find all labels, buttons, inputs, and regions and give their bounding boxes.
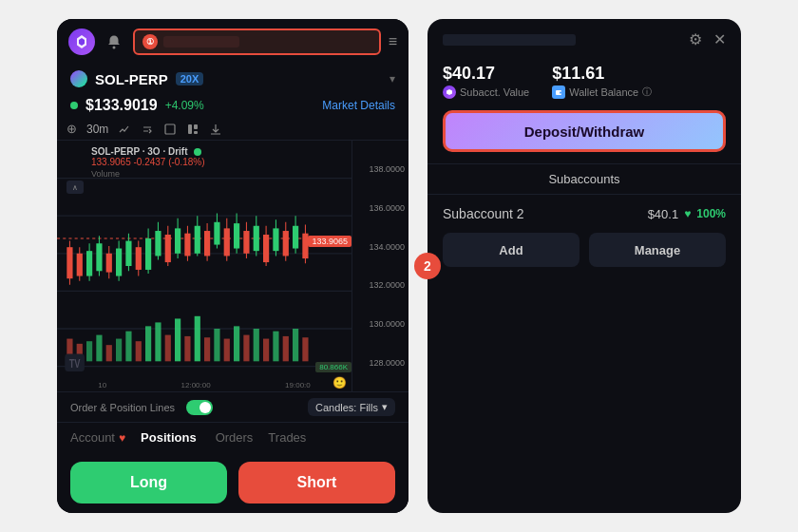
- svg-rect-68: [116, 339, 122, 362]
- price-change: +4.09%: [165, 99, 204, 112]
- wallet-balance-item: $11.61 Wallet Balance ⓘ: [552, 64, 652, 99]
- chart-volume-tag: 80.866K: [315, 362, 352, 372]
- price-row: $133.9019 +4.09% Market Details: [57, 93, 408, 118]
- subacct-value: $40.17: [443, 64, 529, 84]
- pair-row: SOL-PERP 20X ▾: [57, 65, 408, 93]
- settings-icon[interactable]: ⚙: [689, 30, 702, 48]
- action-buttons: Long Short: [57, 452, 408, 513]
- svg-rect-78: [214, 329, 219, 361]
- wallet-balance-value: $11.61: [552, 64, 652, 84]
- panel-header: ① ≡: [57, 19, 408, 65]
- price-levels: 138.0000 136.0000 134.0000 132.0000 130.…: [352, 141, 408, 391]
- svg-rect-70: [136, 341, 142, 361]
- svg-rect-72: [155, 322, 161, 361]
- chart-area: SOL-PERP · 3O · Drift 133.9065 -0.2437 (…: [57, 141, 408, 391]
- svg-rect-85: [283, 336, 289, 361]
- chart-label: SOL-PERP · 3O · Drift 133.9065 -0.2437 (…: [91, 146, 205, 179]
- tab-account[interactable]: Account ♥: [70, 430, 125, 445]
- smiley-icon[interactable]: 🙂: [332, 376, 347, 390]
- info-icon[interactable]: ⓘ: [642, 86, 652, 99]
- svg-rect-84: [273, 332, 278, 362]
- wallet-label-row: Wallet Balance ⓘ: [552, 86, 652, 99]
- svg-rect-65: [86, 341, 92, 361]
- svg-rect-86: [293, 329, 298, 361]
- right-account-info: [443, 34, 576, 46]
- download-btn[interactable]: [209, 123, 222, 136]
- svg-rect-71: [145, 326, 151, 361]
- svg-rect-80: [234, 326, 239, 361]
- add-subaccount-button[interactable]: Add: [443, 233, 580, 267]
- chart-toolbar: ⊕ 30m: [57, 118, 408, 141]
- price-dot: [70, 102, 78, 109]
- step-2-indicator: 2: [414, 253, 441, 279]
- bottom-controls: Order & Position Lines Candles: Fills ▾: [57, 391, 408, 422]
- order-lines-label: Order & Position Lines: [70, 402, 175, 413]
- subacct-label-row: Subacct. Value: [443, 86, 529, 99]
- svg-rect-69: [125, 332, 131, 362]
- long-button[interactable]: Long: [70, 462, 227, 504]
- deposit-section: Deposit/Withdraw: [428, 110, 741, 163]
- fx-btn[interactable]: [141, 123, 154, 136]
- svg-rect-83: [263, 339, 269, 362]
- order-lines-toggle[interactable]: [186, 400, 213, 415]
- right-header: ⚙ ✕: [428, 19, 741, 56]
- market-details-link[interactable]: Market Details: [322, 99, 395, 112]
- logo-icon: [68, 28, 95, 55]
- short-button[interactable]: Short: [238, 462, 395, 504]
- tab-orders[interactable]: Orders: [216, 430, 254, 445]
- account-inner-icon: ①: [142, 34, 158, 49]
- close-icon[interactable]: ✕: [713, 30, 726, 48]
- candles-label: Candles: Fills: [315, 402, 378, 413]
- right-header-icons: ⚙ ✕: [689, 30, 726, 48]
- price-level-6: 128.0000: [356, 358, 405, 368]
- svg-rect-73: [165, 335, 171, 362]
- indicator-btn[interactable]: [118, 123, 131, 136]
- svg-rect-75: [184, 336, 190, 361]
- volume-label: Volume: [91, 169, 205, 179]
- tab-trades[interactable]: Trades: [268, 430, 306, 445]
- tab-orders-label: Orders: [216, 430, 254, 445]
- subaccount-value: $40.1 ♥ 100%: [648, 207, 726, 221]
- left-panel: ① ≡ SOL-PERP 20X ▾ $133.9019 +4.09% Mark…: [57, 19, 408, 513]
- timeframe-selector[interactable]: 30m: [86, 123, 108, 136]
- right-panel-wrapper: 2 ⚙ ✕ $40.17 Subacct.: [428, 19, 741, 513]
- subacct-label-text: Subacct. Value: [460, 86, 529, 98]
- chart-change-text: -0.2437 (-0.18%): [134, 157, 205, 167]
- chevron-down-icon[interactable]: ▾: [390, 72, 395, 86]
- sol-icon: [70, 70, 87, 87]
- subaccount-row: Subaccount 2 $40.1 ♥ 100%: [428, 195, 741, 227]
- notification-icon[interactable]: [103, 30, 125, 53]
- subacct-value-item: $40.17 Subacct. Value: [443, 64, 529, 99]
- health-icon: ♥: [684, 207, 691, 220]
- svg-rect-3: [194, 124, 198, 129]
- tab-positions-label: Positions: [141, 430, 197, 445]
- subaccounts-title: Subaccounts: [428, 163, 741, 195]
- add-toolbar-btn[interactable]: ⊕: [66, 122, 77, 136]
- subaccount-amount: $40.1: [648, 207, 679, 221]
- toggle-knob: [200, 402, 211, 413]
- crop-btn[interactable]: [163, 123, 177, 136]
- leverage-badge[interactable]: 20X: [176, 72, 204, 86]
- candles-select[interactable]: Candles: Fills ▾: [308, 398, 395, 416]
- svg-text:TV: TV: [69, 357, 82, 370]
- account-badge[interactable]: ①: [133, 28, 381, 55]
- time-label-3: 19:00:0: [285, 381, 311, 390]
- svg-rect-81: [243, 335, 249, 362]
- svg-rect-76: [195, 316, 200, 362]
- subacct-icon: [443, 86, 456, 99]
- svg-rect-67: [106, 345, 112, 361]
- tab-positions[interactable]: Positions: [141, 430, 200, 445]
- heart-icon: ♥: [119, 431, 125, 445]
- price-level-5: 130.0000: [356, 319, 405, 329]
- menu-icon[interactable]: ≡: [389, 33, 397, 50]
- deposit-withdraw-button[interactable]: Deposit/Withdraw: [443, 110, 726, 152]
- svg-rect-74: [175, 318, 180, 361]
- account-badge-text: [163, 36, 239, 48]
- manage-subaccount-button[interactable]: Manage: [589, 233, 726, 267]
- subaccount-buttons: Add Manage: [428, 227, 741, 278]
- pair-name: SOL-PERP: [95, 71, 168, 87]
- svg-point-0: [113, 47, 116, 49]
- tab-bar: Account ♥ Positions Orders Trades: [57, 422, 408, 452]
- layout-btn[interactable]: [186, 123, 200, 136]
- time-label-1: 10: [98, 381, 106, 390]
